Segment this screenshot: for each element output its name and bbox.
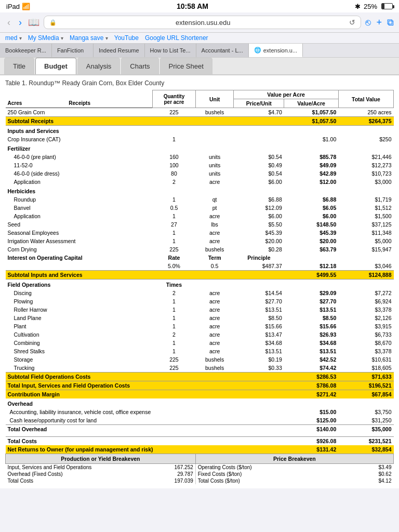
reload-icon[interactable]: ↺ xyxy=(349,18,355,26)
cell-46-pre-label: 46-0-0 (pre plant) xyxy=(6,153,153,161)
row-roundup: Roundup 1 qt $6.88 $6.88 $1,719 xyxy=(6,195,394,204)
bookmark-smedia[interactable]: My SMedia ▾ xyxy=(28,34,63,42)
bookmark-youtube[interactable]: YouTube xyxy=(114,34,139,42)
row-inputs-header: Inputs and Services xyxy=(6,126,394,136)
cell-irrigation-price: $20.00 xyxy=(234,237,284,245)
lock-icon: 🔒 xyxy=(49,19,57,26)
table-header-top: Quantityper acre Unit Value per Acre Tot… xyxy=(6,90,394,99)
tab-howto[interactable]: How to List Te... xyxy=(145,44,196,57)
cell-plant-total: $3,915 xyxy=(338,322,393,330)
bluetooth-icon: ✱ xyxy=(355,3,361,10)
row-subtotal-inputs: Subtotal Inputs and Services $499.55 $12… xyxy=(6,271,394,280)
cell-plowing-value: $27.70 xyxy=(284,297,339,305)
row-accounting: Accounting, liability insurance, vehicle… xyxy=(6,408,394,416)
cell-storage-unit: bushels xyxy=(195,355,234,364)
cell-roundup-qty: 1 xyxy=(153,195,196,204)
cell-be-total-val: 197.039 xyxy=(153,477,196,484)
cell-corn-drying-value: $63.79 xyxy=(284,245,339,254)
cell-shred-value: $13.51 xyxy=(284,347,339,355)
cell-banvel-total: $1,512 xyxy=(338,204,393,212)
tabs-button[interactable]: ⧉ xyxy=(387,17,394,28)
page-tab-pricesheet[interactable]: Price Sheet xyxy=(160,58,212,74)
cell-plant-price: $15.66 xyxy=(234,322,284,330)
row-total-overhead: Total Overhead $140.00 $35,000 xyxy=(6,425,394,434)
cell-total-input-total: $196,521 xyxy=(338,381,393,390)
page-tab-charts[interactable]: Charts xyxy=(121,58,158,74)
row-discing: Discing 2 acre $14.54 $29.09 $7,272 xyxy=(6,289,394,297)
cell-contribution-label: Contribution Margin xyxy=(6,390,284,399)
tab-howto-label: How to List Te... xyxy=(150,47,191,54)
header-unit: Unit xyxy=(195,90,234,108)
cell-roundup-value: $6.88 xyxy=(284,195,339,204)
cell-cultivation-total: $6,733 xyxy=(338,330,393,339)
cell-subtotal-inputs-value: $499.55 xyxy=(284,271,339,280)
page-tab-analysis[interactable]: Analysis xyxy=(77,58,120,74)
row-field-ops-header: Field Operations Times xyxy=(6,280,394,289)
row-breakeven-total: Total Costs 197.039 Total Costs ($/ton) … xyxy=(6,477,394,484)
cell-46-side-label: 46-0-0 (side dress) xyxy=(6,169,153,178)
cell-shred-unit: acre xyxy=(195,347,234,355)
tab-extension[interactable]: 🌐 extension.u... xyxy=(249,44,303,57)
row-fertilizer-header: Fertilizer xyxy=(6,143,394,153)
cell-roller-unit: acre xyxy=(195,305,234,314)
tab-accountant[interactable]: Accountant - L... xyxy=(196,44,249,57)
cell-fert-app-label: Application xyxy=(6,178,153,186)
share-button[interactable]: ⎋ xyxy=(365,17,371,28)
cell-seed-label: Seed xyxy=(6,220,153,229)
cell-corn-drying-total: $15,947 xyxy=(338,245,393,254)
cell-net-returns-value: $131.42 xyxy=(284,445,339,454)
address-bar[interactable]: 🔒 extension.usu.edu ↺ xyxy=(44,16,361,29)
cell-inputs-label: Inputs and Services xyxy=(6,126,394,136)
cell-be-input-val: 167.252 xyxy=(153,463,196,471)
cell-grain-corn-value-acre: $1,057.50 xyxy=(284,108,339,117)
row-total-costs: Total Costs $926.08 $231,521 xyxy=(6,436,394,445)
cell-banvel-unit: pt xyxy=(195,204,234,212)
cell-1152-value: $49.09 xyxy=(284,161,339,169)
row-banvel: Banvel 0.5 pt $12.09 $6.05 $1,512 xyxy=(6,204,394,212)
cell-be-overhead-label: Overhead (Fixed Costs) xyxy=(6,471,153,477)
bookmark-med[interactable]: med ▾ xyxy=(5,34,22,42)
cell-shred-total: $3,378 xyxy=(338,347,393,355)
forward-button[interactable]: › xyxy=(17,16,24,29)
cell-crop-ins-total: $250 xyxy=(338,135,393,143)
cell-land-plane-total: $2,126 xyxy=(338,314,393,322)
status-time: 10:58 AM xyxy=(177,2,208,10)
tab-indeed[interactable]: Indeed Resume xyxy=(94,44,145,57)
back-button[interactable]: ‹ xyxy=(5,16,12,29)
cell-discing-unit: acre xyxy=(195,289,234,297)
row-overhead-header: Overhead xyxy=(6,398,394,408)
page-tab-title[interactable]: Title xyxy=(4,58,34,74)
cell-plant-label: Plant xyxy=(6,322,153,330)
add-tab-button[interactable]: + xyxy=(376,17,382,28)
cell-fert-app-price: $6.00 xyxy=(234,178,284,186)
cell-overhead-label: Overhead xyxy=(6,398,394,408)
cell-be-total-cost-val: $4.12 xyxy=(338,477,393,484)
cell-storage-qty: 225 xyxy=(153,355,196,364)
page-tab-budget[interactable]: Budget xyxy=(35,58,76,74)
cell-accounting-total: $3,750 xyxy=(338,408,393,416)
cell-corn-drying-price: $0.28 xyxy=(234,245,284,254)
bookmark-manga[interactable]: Manga save ▾ xyxy=(70,34,108,42)
cell-subtotal-field-total: $71,633 xyxy=(338,373,393,381)
cell-cultivation-unit: acre xyxy=(195,330,234,339)
cell-trucking-label: Trucking xyxy=(6,364,153,373)
cell-net-returns-total: $32,854 xyxy=(338,445,393,454)
tab-bookkeeper[interactable]: Bookkeeper R... xyxy=(0,44,52,57)
cell-be-input-cost-label: Operating Costs ($/ton) xyxy=(195,463,338,471)
row-herb-app: Application 1 acre $6.00 $6.00 $1,500 xyxy=(6,212,394,220)
cell-total-overhead-value: $140.00 xyxy=(284,425,339,434)
cell-land-plane-value: $8.50 xyxy=(284,314,339,322)
tab-fanfiction[interactable]: FanFiction xyxy=(52,44,94,57)
row-1152: 11-52-0 100 units $0.49 $49.09 $12,273 xyxy=(6,161,394,169)
row-land-plane: Land Plane 1 acre $8.50 $8.50 $2,126 xyxy=(6,314,394,322)
header-acres: Acres xyxy=(6,99,67,108)
browser-actions: ⎋ + ⧉ xyxy=(365,17,394,28)
url-text: extension.usu.edu xyxy=(59,19,347,26)
bookmark-google-url[interactable]: Google URL Shortener xyxy=(145,34,208,42)
cell-46-pre-price: $0.54 xyxy=(234,153,284,161)
cell-total-input-label: Total Input, Services and Field Operatio… xyxy=(6,381,284,390)
bookmarks-icon[interactable]: 📖 xyxy=(28,17,39,28)
cell-roller-value: $13.51 xyxy=(284,305,339,314)
cell-seed-price: $5.50 xyxy=(234,220,284,229)
cell-field-ops-label: Field Operations xyxy=(6,280,153,289)
